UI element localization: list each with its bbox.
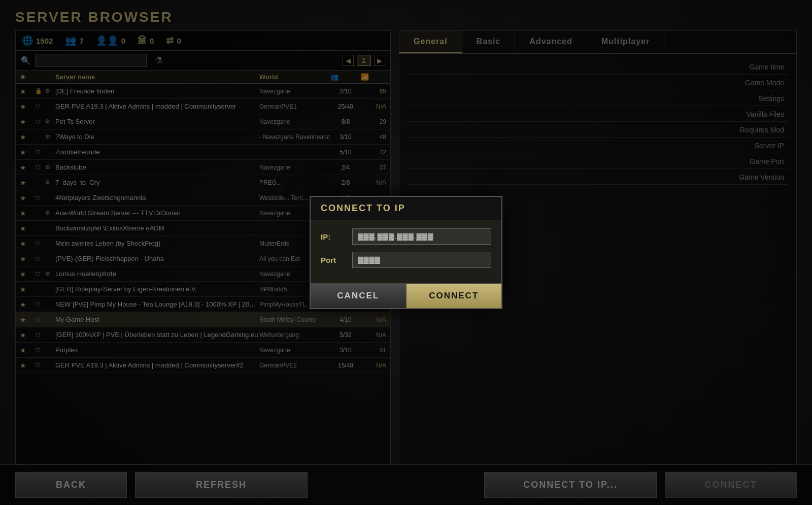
connect-to-ip-modal: CONNECT TO IP IP: Port CANCEL CONNECT [310, 196, 502, 309]
modal-buttons: CANCEL CONNECT [311, 283, 501, 308]
modal-port-input[interactable] [352, 252, 491, 268]
modal-ip-input[interactable] [352, 228, 491, 245]
modal-title: CONNECT TO IP [311, 197, 501, 220]
modal-cancel-button[interactable]: CANCEL [311, 284, 407, 308]
modal-ip-label: IP: [321, 232, 346, 241]
modal-ip-field: IP: [321, 228, 491, 245]
modal-body: IP: Port [311, 220, 501, 283]
modal-overlay: CONNECT TO IP IP: Port CANCEL CONNECT [0, 0, 812, 505]
modal-port-field: Port [321, 252, 491, 268]
modal-connect-button[interactable]: CONNECT [407, 284, 502, 308]
modal-port-label: Port [321, 256, 346, 264]
